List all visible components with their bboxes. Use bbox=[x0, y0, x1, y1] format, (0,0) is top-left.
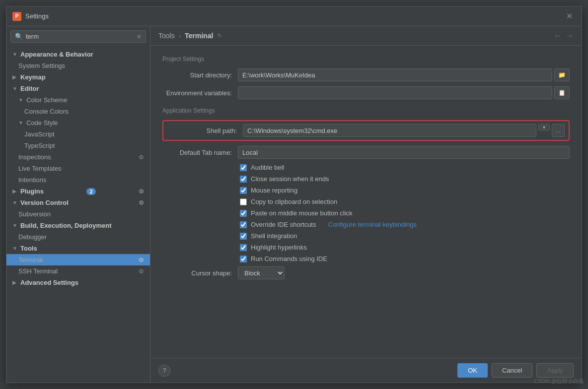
start-directory-browse-button[interactable]: 📁 bbox=[554, 68, 570, 81]
highlight-hyperlinks-checkbox[interactable] bbox=[240, 244, 247, 251]
cursor-dropdown-wrap: Block Underline Beam bbox=[238, 266, 285, 279]
start-directory-label: Start directory: bbox=[162, 71, 232, 79]
search-input[interactable] bbox=[26, 33, 134, 40]
cancel-button[interactable]: Cancel bbox=[492, 363, 532, 378]
gear-icon: ⚙ bbox=[139, 268, 144, 275]
expand-icon: ▼ bbox=[18, 97, 24, 103]
sidebar-item-ssh-terminal[interactable]: SSH Terminal ⚙ bbox=[6, 265, 150, 277]
sidebar-item-label: Advanced Settings bbox=[20, 279, 78, 286]
search-clear-button[interactable]: ✕ bbox=[137, 33, 142, 40]
start-directory-row: Start directory: 📁 bbox=[162, 68, 570, 81]
close-button[interactable]: ✕ bbox=[563, 10, 576, 22]
expand-icon: ▼ bbox=[18, 120, 24, 126]
sidebar-item-label: SSH Terminal bbox=[18, 267, 58, 275]
nav-forward-button[interactable]: → bbox=[566, 31, 574, 40]
shell-integration-row: Shell integration bbox=[162, 232, 570, 240]
expand-icon: ▼ bbox=[12, 223, 18, 228]
settings-dialog: P Settings ✕ 🔍 ✕ ▼ Appearance & Behavior bbox=[6, 6, 582, 383]
sidebar-item-typescript[interactable]: TypeScript bbox=[6, 140, 150, 151]
run-commands-row: Run Commands using IDE bbox=[162, 255, 570, 262]
run-commands-label: Run Commands using IDE bbox=[251, 255, 327, 262]
override-ide-row: Override IDE shortcuts Configure termina… bbox=[162, 221, 570, 228]
sidebar-item-label: Subversion bbox=[18, 210, 51, 218]
copy-clipboard-row: Copy to clipboard on selection bbox=[162, 198, 570, 205]
gear-icon: ⚙ bbox=[139, 154, 144, 161]
sidebar-item-appearance-behavior[interactable]: ▼ Appearance & Behavior bbox=[6, 49, 150, 60]
sidebar-item-label: Color Scheme bbox=[26, 96, 67, 104]
sidebar-item-label: Terminal bbox=[18, 256, 43, 263]
sidebar-item-terminal[interactable]: Terminal ⚙ bbox=[6, 254, 150, 265]
sidebar-item-label: Console Colors bbox=[24, 108, 69, 115]
start-directory-input-wrap: 📁 bbox=[238, 68, 570, 81]
default-tab-name-input[interactable] bbox=[238, 146, 570, 159]
paste-middle-row: Paste on middle mouse button click bbox=[162, 209, 570, 217]
sidebar-item-subversion[interactable]: Subversion bbox=[6, 208, 150, 220]
edit-icon[interactable]: ✎ bbox=[217, 32, 222, 39]
mouse-reporting-checkbox[interactable] bbox=[240, 187, 247, 194]
sidebar-item-javascript[interactable]: JavaScript bbox=[6, 129, 150, 140]
env-variables-browse-button[interactable]: 📋 bbox=[554, 86, 570, 99]
configure-keybindings-link[interactable]: Configure terminal keybindings bbox=[328, 221, 417, 228]
sidebar-item-code-style[interactable]: ▼ Code Style bbox=[6, 117, 150, 129]
sidebar-item-debugger[interactable]: Debugger bbox=[6, 231, 150, 243]
sidebar-item-label: Live Templates bbox=[18, 165, 61, 172]
copy-clipboard-checkbox[interactable] bbox=[240, 198, 247, 205]
sidebar-item-intentions[interactable]: Intentions bbox=[6, 174, 150, 186]
audible-bell-checkbox[interactable] bbox=[240, 164, 247, 171]
sidebar-item-tools[interactable]: ▼ Tools bbox=[6, 243, 150, 254]
sidebar-item-live-templates[interactable]: Live Templates bbox=[6, 163, 150, 174]
copy-clipboard-label: Copy to clipboard on selection bbox=[251, 198, 337, 205]
override-ide-label: Override IDE shortcuts bbox=[251, 221, 316, 228]
dialog-title: Settings bbox=[25, 12, 49, 20]
sidebar-item-label: Plugins bbox=[20, 188, 44, 195]
close-session-label: Close session when it ends bbox=[251, 175, 329, 183]
env-variables-input[interactable] bbox=[238, 86, 552, 99]
shell-integration-checkbox[interactable] bbox=[240, 233, 247, 240]
help-button[interactable]: ? bbox=[158, 365, 170, 377]
sidebar-item-label: Tools bbox=[20, 245, 37, 252]
highlight-hyperlinks-row: Highlight hyperlinks bbox=[162, 244, 570, 251]
sidebar-item-label: Debugger bbox=[18, 233, 47, 241]
search-wrap: 🔍 ✕ bbox=[10, 30, 146, 43]
project-settings-title: Project Settings bbox=[162, 56, 570, 63]
start-directory-input[interactable] bbox=[238, 68, 552, 81]
sidebar-item-system-settings[interactable]: System Settings bbox=[6, 60, 150, 71]
sidebar-item-label: TypeScript bbox=[24, 142, 55, 149]
sidebar-item-console-colors[interactable]: Console Colors bbox=[6, 106, 150, 117]
breadcrumb-parent: Tools bbox=[158, 32, 175, 40]
shell-path-input[interactable] bbox=[243, 124, 536, 137]
sidebar-item-plugins[interactable]: ▶ Plugins 2 ⚙ bbox=[6, 186, 150, 197]
sidebar-item-inspections[interactable]: Inspections ⚙ bbox=[6, 151, 150, 163]
expand-icon: ▼ bbox=[12, 246, 18, 251]
search-icon: 🔍 bbox=[15, 33, 23, 40]
sidebar-item-editor[interactable]: ▼ Editor bbox=[6, 83, 150, 94]
nav-arrows: ← → bbox=[554, 31, 574, 40]
sidebar-item-version-control[interactable]: ▼ Version Control ⚙ bbox=[6, 197, 150, 208]
default-tab-name-row: Default Tab name: bbox=[162, 146, 570, 159]
sidebar: 🔍 ✕ ▼ Appearance & Behavior System Setti… bbox=[6, 26, 150, 383]
sidebar-tree: ▼ Appearance & Behavior System Settings … bbox=[6, 47, 150, 383]
shell-path-label: Shell path: bbox=[167, 127, 237, 134]
env-variables-label: Environment variables: bbox=[162, 89, 232, 97]
sidebar-item-keymap[interactable]: ▶ Keymap bbox=[6, 71, 150, 83]
paste-middle-checkbox[interactable] bbox=[240, 210, 247, 217]
cursor-shape-label: Cursor shape: bbox=[162, 269, 232, 277]
breadcrumb-bar: Tools › Terminal ✎ ← → bbox=[150, 26, 582, 46]
sidebar-item-color-scheme[interactable]: ▼ Color Scheme bbox=[6, 94, 150, 106]
app-icon: P bbox=[12, 12, 21, 21]
shell-path-browse-button[interactable]: ... bbox=[552, 124, 565, 137]
apply-button[interactable]: Apply bbox=[536, 363, 574, 378]
expand-icon: ▶ bbox=[12, 74, 18, 80]
ok-button[interactable]: OK bbox=[457, 363, 488, 378]
cursor-shape-select[interactable]: Block Underline Beam bbox=[238, 266, 285, 279]
override-ide-checkbox[interactable] bbox=[240, 221, 247, 228]
sidebar-item-advanced-settings[interactable]: ▶ Advanced Settings bbox=[6, 277, 150, 288]
expand-icon: ▶ bbox=[12, 189, 18, 194]
bottom-bar: ? OK Cancel Apply bbox=[150, 358, 582, 383]
sidebar-item-build-execution-deployment[interactable]: ▼ Build, Execution, Deployment bbox=[6, 220, 150, 231]
nav-back-button[interactable]: ← bbox=[554, 31, 562, 40]
shell-path-dropdown-button[interactable]: ▾ bbox=[538, 124, 550, 130]
expand-icon: ▼ bbox=[12, 86, 18, 91]
close-session-checkbox[interactable] bbox=[240, 176, 247, 183]
run-commands-checkbox[interactable] bbox=[240, 256, 247, 262]
